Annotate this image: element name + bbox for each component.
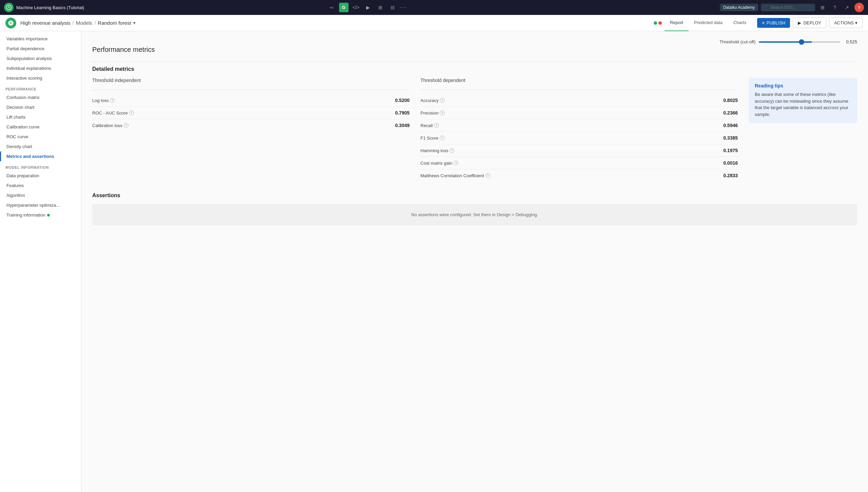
- actions-chevron-icon: ▾: [855, 20, 857, 25]
- recycle-icon[interactable]: ♻: [339, 3, 349, 12]
- model-info-section-title: MODEL INFORMATION: [0, 161, 81, 171]
- breadcrumb-analysis[interactable]: High revenue analysis: [20, 20, 71, 26]
- threshold-bar: Threshold (cut-off) 0.525: [92, 39, 857, 44]
- sidebar-item-density-chart[interactable]: Density chart: [0, 142, 81, 151]
- threshold-dependent-col: Threshold dependent Accuracy ? 0.8025 Pr…: [420, 78, 738, 182]
- sidebar-item-variables-importance[interactable]: Variables importance: [0, 34, 81, 44]
- share-icon[interactable]: ⇨: [327, 3, 336, 12]
- metric-precision-name: Precision ?: [420, 110, 445, 116]
- play-icon[interactable]: ▶: [363, 3, 373, 12]
- dropdown-icon[interactable]: ▾: [133, 20, 136, 25]
- sidebar-item-individual-explanations[interactable]: Individual explanations: [0, 63, 81, 73]
- metric-hamming-name: Hamming loss ?: [420, 148, 454, 153]
- metric-f1-name: F1 Score ?: [420, 136, 445, 141]
- precision-help-icon[interactable]: ?: [440, 110, 445, 115]
- code-icon[interactable]: </>: [351, 3, 361, 12]
- avatar[interactable]: T: [854, 3, 864, 12]
- tab-report[interactable]: Report: [665, 15, 689, 31]
- search-input[interactable]: [761, 4, 815, 11]
- publish-icon: ≡: [762, 20, 765, 25]
- search-wrap: 🔍: [761, 4, 815, 11]
- sidebar-item-confusion-matrix[interactable]: Confusion matrix: [0, 93, 81, 102]
- detailed-metrics-title: Detailed metrics: [92, 66, 857, 72]
- metric-calibration-loss-name: Calibration loss ?: [92, 123, 129, 128]
- notifications-icon[interactable]: ↗: [842, 3, 852, 12]
- navbar: High revenue analysis / Models / Random …: [0, 15, 868, 31]
- breadcrumb-models[interactable]: Models: [76, 20, 92, 26]
- metric-calibration-loss: Calibration loss ? 0.3049: [92, 119, 410, 131]
- help-icon[interactable]: ?: [830, 3, 840, 12]
- build-icon[interactable]: ⊞: [376, 3, 385, 12]
- metric-cost-matrix-gain: Cost matrix gain ? 0.0016: [420, 157, 738, 169]
- metric-mcc: Matthews Correlation Coefficient ? 0.283…: [420, 169, 738, 182]
- metric-f1-val: 0.3385: [723, 135, 738, 141]
- f1-help-icon[interactable]: ?: [440, 136, 445, 140]
- sidebar-item-training-information[interactable]: Training information: [0, 210, 81, 220]
- calibration-loss-help-icon[interactable]: ?: [124, 123, 129, 128]
- sidebar-item-data-preparation[interactable]: Data preparation: [0, 171, 81, 181]
- metric-precision: Precision ? 0.2366: [420, 107, 738, 119]
- tab-charts[interactable]: Charts: [728, 15, 752, 31]
- page-title: Performance metrics: [92, 46, 857, 54]
- metric-precision-val: 0.2366: [723, 110, 738, 116]
- cost-matrix-help-icon[interactable]: ?: [454, 161, 458, 165]
- metric-cost-matrix-name: Cost matrix gain ?: [420, 161, 458, 166]
- hamming-help-icon[interactable]: ?: [450, 148, 454, 153]
- metric-recall-name: Recall ?: [420, 123, 439, 128]
- main-content: Threshold (cut-off) 0.525 Performance me…: [81, 31, 868, 492]
- breadcrumb-model[interactable]: Random forest: [98, 20, 131, 26]
- breadcrumb-sep-1: /: [73, 20, 74, 26]
- app-logo: [4, 3, 14, 12]
- sidebar-group-performance: PERFORMANCE Confusion matrix Decision ch…: [0, 83, 81, 161]
- sidebar-item-lift-charts[interactable]: Lift charts: [0, 112, 81, 122]
- indicator-dot-green: [654, 21, 657, 25]
- view-icon[interactable]: ⊟: [388, 3, 397, 12]
- metric-mcc-name: Matthews Correlation Coefficient ?: [420, 173, 490, 178]
- accuracy-help-icon[interactable]: ?: [440, 98, 445, 103]
- mcc-help-icon[interactable]: ?: [486, 173, 490, 178]
- tab-predicted-data[interactable]: Predicted data: [689, 15, 728, 31]
- sidebar-group-model-info: MODEL INFORMATION Data preparation Featu…: [0, 161, 81, 220]
- metric-f1-score: F1 Score ? 0.3385: [420, 132, 738, 144]
- sidebar-item-calibration-curve[interactable]: Calibration curve: [0, 122, 81, 132]
- grid-icon[interactable]: ⊞: [818, 3, 827, 12]
- indicator-dots: [654, 21, 662, 25]
- sidebar-item-subpopulation-analysis[interactable]: Subpopulation analysis: [0, 54, 81, 63]
- publish-button[interactable]: ≡ PUBLISH: [757, 18, 790, 28]
- academy-button[interactable]: Dataiku Academy: [720, 4, 758, 11]
- recall-help-icon[interactable]: ?: [434, 123, 439, 128]
- breadcrumb: High revenue analysis / Models / Random …: [20, 20, 654, 26]
- deploy-button[interactable]: ▶ DEPLOY: [793, 18, 826, 28]
- navbar-logo: [5, 18, 16, 28]
- sidebar-item-decision-chart[interactable]: Decision chart: [0, 102, 81, 112]
- threshold-value: 0.525: [844, 39, 857, 44]
- metric-accuracy: Accuracy ? 0.8025: [420, 94, 738, 107]
- metric-hamming-val: 0.1975: [723, 148, 738, 153]
- sidebar-item-partial-dependence[interactable]: Partial dependence: [0, 44, 81, 54]
- metric-cost-matrix-val: 0.0016: [723, 160, 738, 166]
- sidebar-item-algorithm[interactable]: Algorithm: [0, 190, 81, 200]
- more-options-icon[interactable]: ···: [400, 4, 407, 11]
- divider-top: [92, 62, 857, 62]
- sidebar-group-1: Variables importance Partial dependence …: [0, 34, 81, 83]
- actions-button[interactable]: ACTIONS ▾: [829, 18, 863, 28]
- reading-tips-title: Reading tips: [755, 83, 851, 88]
- sidebar-item-metrics-assertions[interactable]: Metrics and assertions: [0, 151, 81, 161]
- metric-hamming-loss: Hamming loss ? 0.1975: [420, 144, 738, 157]
- threshold-independent-col: Threshold independent Log loss ? 0.5200 …: [92, 78, 410, 131]
- metric-log-loss-val: 0.5200: [395, 98, 410, 103]
- sidebar-item-interactive-scoring[interactable]: Interactive scoring: [0, 73, 81, 83]
- threshold-independent-title: Threshold independent: [92, 78, 410, 86]
- sidebar-item-features[interactable]: Features: [0, 181, 81, 190]
- assertions-section: Assertions No assertions were configured…: [92, 192, 857, 225]
- reading-tips-text: Be aware that some of these metrics (lik…: [755, 91, 851, 118]
- log-loss-help-icon[interactable]: ?: [110, 98, 115, 103]
- sidebar: Variables importance Partial dependence …: [0, 31, 81, 492]
- sidebar-item-roc-curve[interactable]: ROC curve: [0, 132, 81, 142]
- app-title: Machine Learning Basics (Tutorial): [16, 5, 324, 10]
- threshold-slider[interactable]: [759, 41, 840, 43]
- sidebar-item-hyperparameter[interactable]: Hyperparameter optimiza...: [0, 200, 81, 210]
- metric-accuracy-val: 0.8025: [723, 98, 738, 103]
- roc-auc-help-icon[interactable]: ?: [129, 110, 134, 115]
- performance-section-title: PERFORMANCE: [0, 83, 81, 93]
